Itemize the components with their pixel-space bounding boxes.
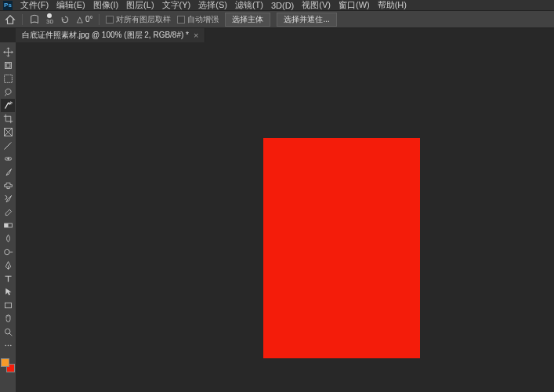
document-tab[interactable]: 白底证件照素材.jpg @ 100% (图层 2, RGB/8#) * × <box>16 28 205 42</box>
tool-preset-icon[interactable] <box>29 14 40 25</box>
history-brush-tool[interactable] <box>1 192 15 205</box>
sample-all-label: 对所有图层取样 <box>116 14 171 25</box>
angle-input[interactable]: △ 0° <box>77 15 93 24</box>
gradient-tool[interactable] <box>1 219 15 232</box>
menu-layer[interactable]: 图层(L) <box>123 0 157 11</box>
divider <box>22 14 23 25</box>
spot-heal-tool[interactable] <box>1 152 15 165</box>
svg-rect-1 <box>6 64 10 67</box>
svg-point-8 <box>4 249 9 255</box>
tools-panel <box>0 42 16 392</box>
divider <box>99 14 100 25</box>
sample-all-layers-checkbox[interactable]: 对所有图层取样 <box>106 14 171 25</box>
menu-3d[interactable]: 3D(D) <box>268 1 297 10</box>
dodge-tool[interactable] <box>1 245 15 259</box>
menu-help[interactable]: 帮助(H) <box>375 0 410 11</box>
type-tool[interactable] <box>1 272 15 285</box>
menu-bar: Ps 文件(F) 编辑(E) 图像(I) 图层(L) 文字(Y) 选择(S) 滤… <box>0 0 554 11</box>
edit-toolbar[interactable] <box>1 339 15 352</box>
zoom-tool[interactable] <box>1 325 15 339</box>
crop-tool[interactable] <box>1 112 15 125</box>
svg-point-13 <box>9 345 11 347</box>
svg-rect-9 <box>5 303 11 308</box>
angle-icon[interactable] <box>60 14 71 25</box>
menu-window[interactable]: 窗口(W) <box>335 0 373 11</box>
angle-value: 0° <box>85 15 93 24</box>
auto-enhance-label: 自动增强 <box>187 14 219 25</box>
menu-type[interactable]: 文字(Y) <box>159 0 194 11</box>
select-and-mask-button[interactable]: 选择并遮住... <box>277 13 336 27</box>
foreground-color-swatch[interactable] <box>1 358 9 367</box>
menu-select[interactable]: 选择(S) <box>195 0 230 11</box>
brush-size-value: 30 <box>46 19 53 25</box>
quick-selection-tool[interactable] <box>1 99 15 112</box>
pen-tool[interactable] <box>1 259 15 272</box>
ps-logo: Ps <box>3 1 13 10</box>
close-icon[interactable]: × <box>194 31 198 40</box>
eraser-tool[interactable] <box>1 205 15 219</box>
menu-view[interactable]: 视图(V) <box>299 0 334 11</box>
lasso-tool[interactable] <box>1 85 15 99</box>
eyedropper-tool[interactable] <box>1 139 15 152</box>
hand-tool[interactable] <box>1 312 15 325</box>
clone-stamp-tool[interactable] <box>1 179 15 192</box>
blur-tool[interactable] <box>1 232 15 245</box>
svg-rect-7 <box>4 223 8 227</box>
frame-tool[interactable] <box>1 125 15 139</box>
menu-file[interactable]: 文件(F) <box>17 0 52 11</box>
svg-point-10 <box>5 328 10 334</box>
color-swatches[interactable] <box>1 358 15 372</box>
brush-size-picker[interactable]: 30 <box>46 13 53 25</box>
rectangle-tool[interactable] <box>1 299 15 312</box>
checkbox-icon <box>106 16 114 24</box>
menu-image[interactable]: 图像(I) <box>90 0 121 11</box>
move-tool[interactable] <box>1 45 15 59</box>
path-selection-tool[interactable] <box>1 285 15 299</box>
canvas-area[interactable] <box>16 42 554 392</box>
select-subject-button[interactable]: 选择主体 <box>225 13 270 27</box>
checkbox-icon <box>177 16 185 24</box>
document-tab-bar: 白底证件照素材.jpg @ 100% (图层 2, RGB/8#) * × <box>0 28 554 42</box>
menu-edit[interactable]: 编辑(E) <box>53 0 89 11</box>
svg-point-11 <box>5 345 6 347</box>
canvas-document[interactable] <box>263 138 420 358</box>
document-tab-title: 白底证件照素材.jpg @ 100% (图层 2, RGB/8#) * <box>22 30 189 41</box>
svg-point-12 <box>7 345 9 347</box>
brush-options: 30 △ 0° <box>46 13 92 25</box>
brush-tool[interactable] <box>1 165 15 179</box>
auto-enhance-checkbox[interactable]: 自动增强 <box>177 14 219 25</box>
svg-rect-2 <box>4 75 12 83</box>
options-bar: 30 △ 0° 对所有图层取样 自动增强 选择主体 选择并遮住... <box>0 11 554 28</box>
home-icon[interactable] <box>5 14 16 25</box>
marquee-tool[interactable] <box>1 72 15 85</box>
artboard-tool[interactable] <box>1 59 15 72</box>
angle-symbol: △ <box>77 15 83 24</box>
menu-filter[interactable]: 滤镜(T) <box>232 0 266 11</box>
workspace <box>0 42 554 392</box>
